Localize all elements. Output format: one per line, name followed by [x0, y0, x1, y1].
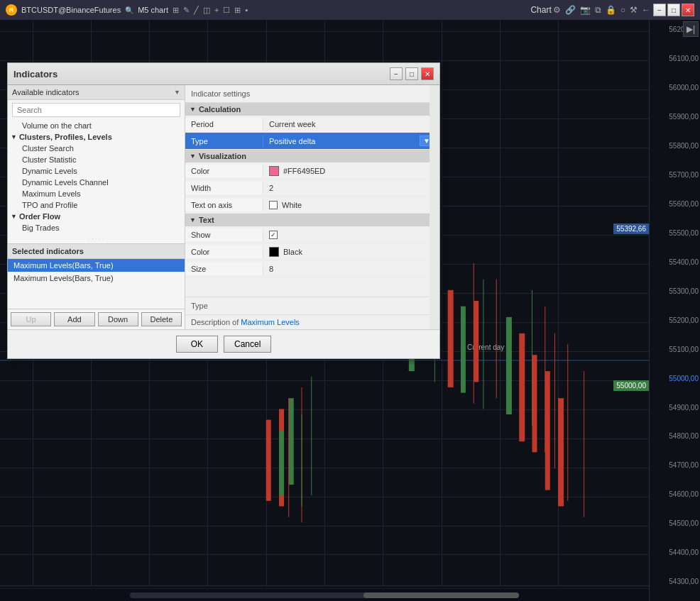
tree-item-cluster-search[interactable]: Cluster Search: [8, 143, 185, 154]
dropdown-arrow-icon: ▼: [174, 89, 180, 96]
price-55600: 55600,00: [669, 200, 699, 208]
viz-text-axis-label: Text on axis: [185, 199, 263, 211]
type-value[interactable]: Positive delta ▼: [263, 133, 439, 148]
price-54600: 54600,00: [669, 490, 699, 498]
copy-icon[interactable]: ⧉: [594, 4, 603, 16]
tree-item-big-trades[interactable]: Big Trades: [8, 222, 185, 233]
camera-icon[interactable]: 📷: [579, 4, 592, 16]
tree-item-dynamic-levels-channel[interactable]: Dynamic Levels Channel: [8, 177, 185, 188]
type-dropdown[interactable]: Positive delta ▼: [269, 136, 434, 146]
square-icon[interactable]: ☐: [223, 6, 230, 15]
text-color-value[interactable]: Black: [263, 245, 439, 259]
visualization-group-header[interactable]: ▼ Visualization: [185, 150, 439, 162]
tree-item-maximum-levels[interactable]: Maximum Levels: [8, 188, 185, 199]
tree-item-volume[interactable]: Volume on the chart: [8, 120, 185, 131]
visualization-label: Visualization: [199, 152, 246, 160]
bottom-buttons: Up Add Down Delete: [8, 309, 185, 329]
price-55300: 55300,00: [669, 287, 699, 295]
price-55800: 55800,00: [669, 142, 699, 150]
add-button[interactable]: Add: [54, 312, 94, 326]
selected-item-1[interactable]: Maximum Levels(Bars, True): [8, 259, 185, 272]
description-link[interactable]: Maximum Levels: [241, 318, 300, 326]
text-group-label: Text: [199, 216, 214, 224]
settings-scrollbar[interactable]: [430, 85, 439, 329]
lock-icon[interactable]: 🔒: [604, 4, 618, 16]
tree-item-cluster-statistic[interactable]: Cluster Statistic: [8, 154, 185, 165]
line-icon[interactable]: ╱: [194, 6, 199, 15]
price-55000: 55000,00: [669, 375, 699, 382]
delete-button[interactable]: Delete: [141, 312, 182, 326]
viz-color-swatch[interactable]: [269, 166, 279, 176]
chart-center-label: Chart: [530, 5, 551, 15]
calculation-group-header[interactable]: ▼ Calculation: [185, 103, 439, 116]
text-group-header[interactable]: ▼ Text: [185, 214, 439, 226]
maximize-btn[interactable]: □: [667, 4, 680, 16]
dialog-close-btn[interactable]: ✕: [421, 67, 434, 80]
tree-group-clusters[interactable]: ▼ Clusters, Profiles, Levels: [8, 131, 185, 143]
text-show-value[interactable]: [263, 228, 439, 241]
arrow-icon[interactable]: ←: [640, 4, 652, 16]
expand-arrow-icon: ▼: [11, 133, 17, 140]
text-size-value: 8: [263, 263, 439, 275]
title-bar-left: R BTCUSDT@BinanceFutures 🔍 M5 chart ⊞ ✎ …: [6, 4, 530, 16]
viz-color-value[interactable]: #FF6495ED: [263, 164, 439, 178]
viz-color-label: Color: [185, 165, 263, 177]
svg-rect-26: [532, 355, 537, 452]
up-button[interactable]: Up: [11, 312, 51, 326]
text-axis-checkbox[interactable]: [269, 201, 278, 209]
text-show-row: Show: [185, 226, 439, 243]
tree-item-tpo-profile[interactable]: TPO and Profile: [8, 199, 185, 211]
search-input[interactable]: [12, 103, 180, 117]
plus-icon[interactable]: +: [214, 6, 219, 14]
svg-rect-30: [558, 398, 564, 506]
svg-rect-34: [279, 431, 284, 495]
dialog-maximize-btn[interactable]: □: [405, 67, 418, 80]
link-icon[interactable]: 🔗: [564, 4, 577, 16]
horizontal-scrollbar[interactable]: [130, 592, 519, 598]
tree-item-volume-label: Volume on the chart: [22, 121, 92, 130]
text-color-row: Color Black: [185, 243, 439, 260]
viz-width-label: Width: [185, 182, 263, 194]
tree-item-dynamic-levels[interactable]: Dynamic Levels: [8, 165, 185, 177]
svg-rect-24: [519, 333, 525, 441]
svg-rect-28: [545, 371, 550, 490]
text-show-checkbox[interactable]: [269, 231, 278, 239]
text-color-swatch[interactable]: [269, 247, 279, 257]
price-55400: 55400,00: [669, 258, 699, 266]
search-icon[interactable]: 🔍: [125, 6, 133, 14]
bar-icon[interactable]: ▪: [245, 6, 248, 14]
close-btn[interactable]: ✕: [682, 4, 694, 16]
minimize-btn[interactable]: −: [653, 4, 666, 16]
chart-type-icon[interactable]: ⊞: [173, 6, 179, 15]
viz-text-axis-value[interactable]: White: [263, 199, 439, 211]
indicators-dialog: Indicators − □ ✕ Available indicators ▼: [7, 62, 440, 359]
viz-width-row: Width 2: [185, 180, 439, 197]
tree-group-orderflow[interactable]: ▼ Order Flow: [8, 211, 185, 222]
pencil-icon[interactable]: ✎: [183, 6, 190, 15]
grid-icon[interactable]: ⊞: [234, 6, 241, 15]
tree-group-clusters-label: Clusters, Profiles, Levels: [19, 133, 112, 141]
dialog-title-bar: Indicators − □ ✕: [8, 63, 439, 85]
available-indicators-header[interactable]: Available indicators ▼: [8, 85, 185, 100]
price-54800: 54800,00: [669, 432, 699, 440]
tree-item-tpo-profile-label: TPO and Profile: [22, 201, 77, 209]
more-tools[interactable]: ◫: [203, 6, 210, 15]
period-label: Period: [185, 118, 263, 131]
settings-icon[interactable]: ⚙: [552, 4, 562, 16]
price-54300: 54300,00: [669, 578, 699, 585]
price-54400: 54400,00: [669, 548, 699, 556]
svg-rect-32: [266, 420, 271, 501]
selected-item-2[interactable]: Maximum Levels(Bars, True): [8, 272, 185, 285]
type-row[interactable]: Type Positive delta ▼: [185, 133, 439, 150]
right-panel: Indicator settings ▼ Calculation Period …: [185, 85, 439, 329]
dialog-minimize-btn[interactable]: −: [390, 67, 403, 80]
scrollbar-thumb[interactable]: [363, 592, 519, 598]
selected-indicators-header: Selected indicators: [8, 244, 185, 259]
go-to-end-btn[interactable]: ▶|: [683, 21, 699, 37]
cancel-button[interactable]: Cancel: [224, 336, 271, 353]
down-button[interactable]: Down: [98, 312, 138, 326]
viz-text-axis-row: Text on axis White: [185, 197, 439, 214]
current-price-badge: 55392,66: [613, 224, 649, 234]
ok-button[interactable]: OK: [176, 336, 218, 353]
tool-icon[interactable]: ⚒: [628, 4, 639, 16]
